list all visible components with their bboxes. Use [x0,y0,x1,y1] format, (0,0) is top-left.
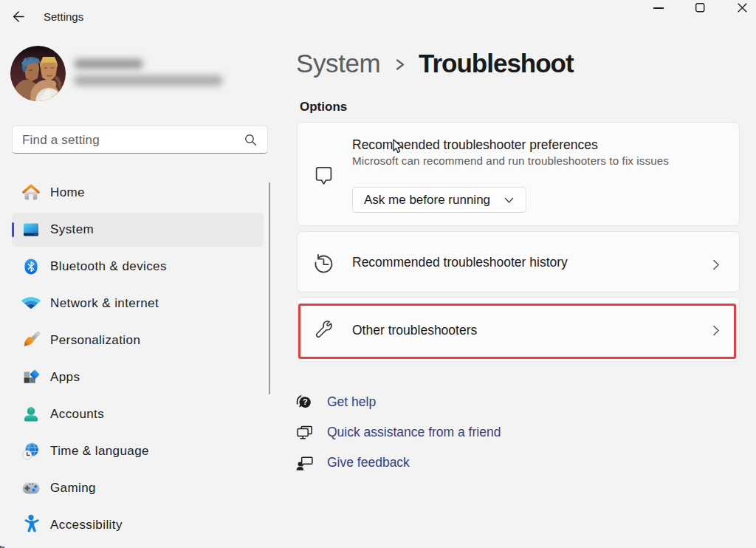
svg-text:?: ? [303,397,308,406]
